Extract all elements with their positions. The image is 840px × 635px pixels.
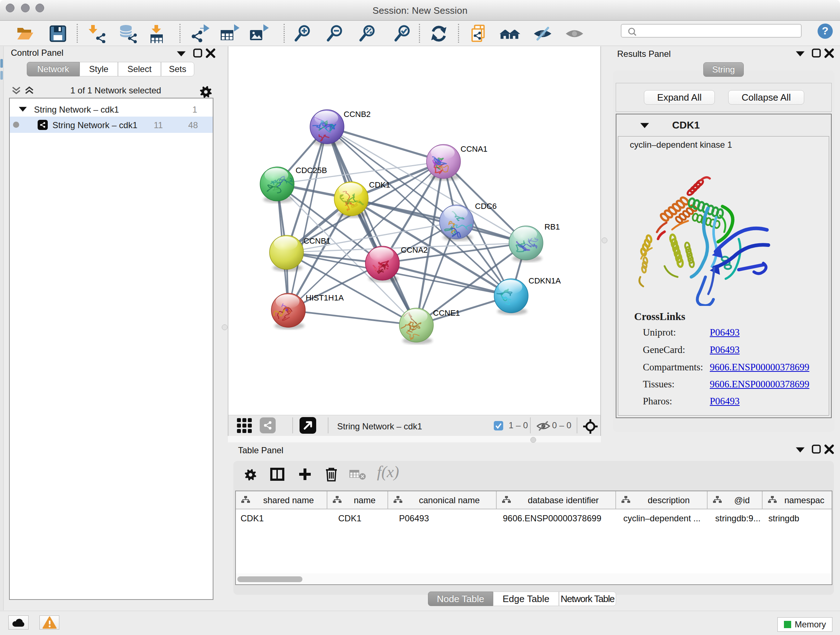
svg-text:?: ? bbox=[822, 25, 829, 36]
